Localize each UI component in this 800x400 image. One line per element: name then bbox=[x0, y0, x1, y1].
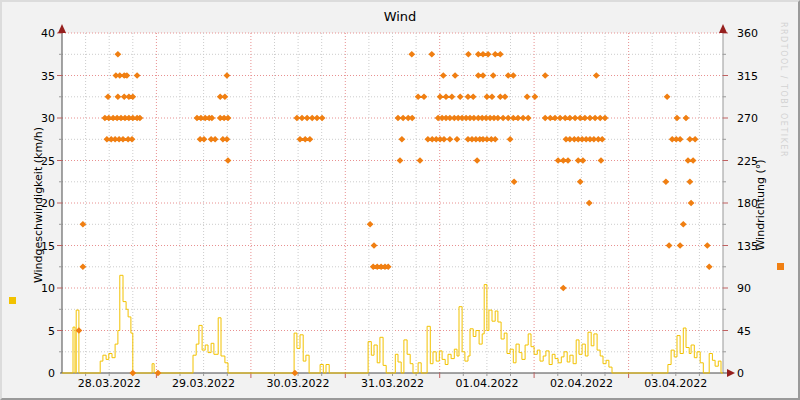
date-label: 30.03.2022 bbox=[267, 377, 330, 390]
date-label: 28.03.2022 bbox=[78, 377, 141, 390]
left-axis-arrow bbox=[58, 24, 66, 33]
right-tick-label: 360 bbox=[737, 27, 758, 40]
date-label: 01.04.2022 bbox=[455, 377, 518, 390]
plot-area: 0510152025303540045901351802252703153602… bbox=[2, 2, 798, 398]
right-tick-label: 0 bbox=[737, 367, 744, 380]
right-axis-arrow bbox=[719, 24, 727, 33]
left-tick-label: 30 bbox=[41, 112, 55, 125]
wind-chart: Wind Windgeschwindigkeit (km/h) Windrich… bbox=[0, 0, 800, 400]
right-tick-label: 45 bbox=[737, 325, 751, 338]
left-tick-label: 40 bbox=[41, 27, 55, 40]
date-label: 29.03.2022 bbox=[172, 377, 235, 390]
left-tick-label: 10 bbox=[41, 282, 55, 295]
left-tick-label: 0 bbox=[48, 367, 55, 380]
right-tick-label: 90 bbox=[737, 282, 751, 295]
right-tick-label: 270 bbox=[737, 112, 758, 125]
right-tick-label: 180 bbox=[737, 197, 758, 210]
left-tick-label: 15 bbox=[41, 240, 55, 253]
left-tick-label: 35 bbox=[41, 70, 55, 83]
date-label: 31.03.2022 bbox=[361, 377, 424, 390]
left-tick-label: 25 bbox=[41, 155, 55, 168]
date-label: 02.04.2022 bbox=[550, 377, 613, 390]
right-tick-label: 315 bbox=[737, 70, 758, 83]
x-axis-arrow bbox=[727, 369, 735, 377]
right-tick-label: 135 bbox=[737, 240, 758, 253]
left-tick-label: 5 bbox=[48, 325, 55, 338]
date-label: 03.04.2022 bbox=[644, 377, 707, 390]
right-tick-label: 225 bbox=[737, 155, 758, 168]
left-tick-label: 20 bbox=[41, 197, 55, 210]
